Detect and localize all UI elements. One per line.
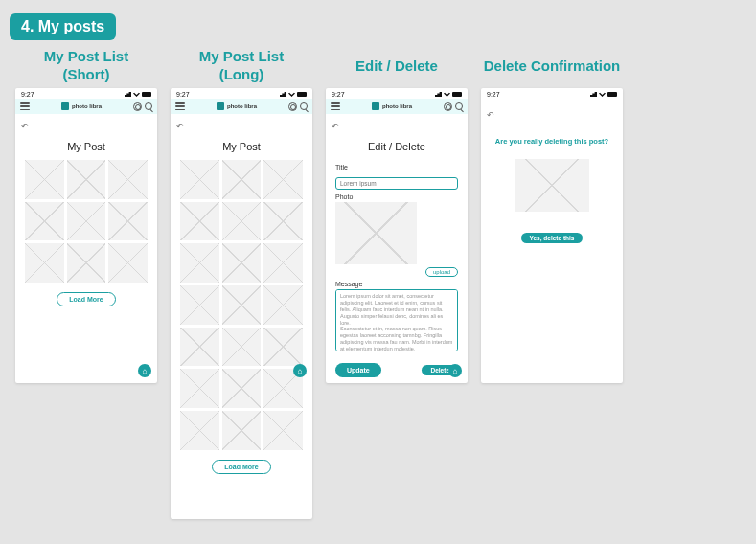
battery-icon	[142, 92, 151, 97]
home-fab[interactable]: ⌂	[138, 364, 151, 377]
status-icons	[435, 92, 462, 97]
phone-long: 9:27 photo libra ↶ My Post	[171, 88, 312, 519]
message-label: Message	[335, 281, 458, 287]
col-title-short: My Post List (Short)	[44, 48, 128, 84]
photo-label: Photo	[335, 193, 458, 200]
post-thumbnail[interactable]	[67, 202, 106, 241]
post-thumbnail[interactable]	[222, 369, 262, 408]
phone-edit: 9:27 photo libra ↶ Edit / De	[326, 88, 468, 383]
brand-name: photo libra	[382, 103, 412, 109]
post-thumbnail[interactable]	[67, 160, 106, 199]
brand: photo libra	[372, 102, 412, 110]
post-thumbnail[interactable]	[263, 202, 303, 241]
col-short: My Post List (Short) 9:27 photo libra	[15, 48, 157, 383]
post-thumbnail[interactable]	[180, 160, 219, 199]
signal-icon	[280, 92, 286, 97]
battery-icon	[452, 92, 462, 97]
post-thumbnail[interactable]	[263, 285, 303, 325]
profile-icon[interactable]	[133, 102, 142, 111]
post-thumbnail[interactable]	[180, 411, 219, 450]
post-thumbnail[interactable]	[222, 160, 262, 199]
profile-icon[interactable]	[444, 102, 452, 111]
post-thumbnail[interactable]	[263, 411, 303, 450]
post-thumbnail[interactable]	[180, 328, 219, 367]
post-thumbnail[interactable]	[108, 160, 148, 199]
post-thumbnail[interactable]	[180, 243, 219, 283]
upload-button[interactable]: upload	[425, 267, 458, 277]
wireframe-columns: My Post List (Short) 9:27 photo libra	[8, 48, 748, 519]
phone-short: 9:27 photo libra ↶ My Post	[15, 88, 157, 383]
wifi-icon	[599, 92, 606, 97]
update-button[interactable]: Update	[335, 363, 381, 377]
title-label: Title	[335, 164, 458, 170]
home-icon: ⌂	[298, 367, 303, 375]
signal-icon	[125, 92, 131, 97]
confirm-preview	[515, 159, 589, 212]
col-title-long: My Post List (Long)	[199, 48, 284, 84]
title-input[interactable]	[335, 177, 458, 190]
post-thumbnail[interactable]	[222, 285, 262, 325]
post-thumbnail[interactable]	[263, 243, 303, 283]
back-icon[interactable]: ↶	[487, 110, 494, 120]
post-thumbnail[interactable]	[108, 243, 148, 283]
search-icon[interactable]	[145, 102, 152, 110]
post-thumbnail[interactable]	[180, 285, 219, 325]
post-thumbnail[interactable]	[263, 160, 303, 199]
col-long: My Post List (Long) 9:27 photo libra	[171, 48, 312, 519]
wifi-icon	[133, 92, 140, 97]
brand-name: photo libra	[72, 103, 102, 109]
message-input[interactable]	[335, 289, 458, 351]
signal-icon	[435, 92, 442, 97]
post-grid-short	[15, 160, 157, 283]
brand-logo-icon	[217, 102, 224, 110]
battery-icon	[297, 92, 307, 97]
status-time: 9:27	[176, 91, 190, 98]
status-bar: 9:27	[481, 88, 623, 99]
hamburger-icon[interactable]	[20, 102, 30, 110]
back-icon[interactable]: ↶	[21, 122, 29, 131]
post-thumbnail[interactable]	[263, 328, 303, 367]
search-icon[interactable]	[300, 102, 308, 110]
brand-name: photo libra	[227, 103, 257, 109]
col-edit: Edit / Delete 9:27 photo libra	[326, 48, 468, 383]
post-grid-long	[171, 160, 312, 450]
post-thumbnail[interactable]	[25, 160, 64, 199]
confirm-delete-button[interactable]: Yes, delete this	[521, 233, 584, 243]
app-bar: photo libra	[171, 99, 312, 114]
app-bar: photo libra	[326, 99, 468, 114]
profile-icon[interactable]	[288, 102, 297, 111]
load-more-button[interactable]: Load More	[57, 292, 115, 306]
post-thumbnail[interactable]	[25, 202, 64, 241]
screen-title: Edit / Delete	[326, 135, 468, 160]
home-fab[interactable]: ⌂	[293, 364, 307, 377]
status-icons	[280, 92, 307, 97]
back-icon[interactable]: ↶	[176, 122, 184, 131]
post-thumbnail[interactable]	[222, 243, 262, 283]
home-icon: ⌂	[453, 367, 458, 375]
post-thumbnail[interactable]	[222, 328, 262, 367]
col-confirm: Delete Confirmation 9:27 ↶ Are you reall…	[481, 48, 623, 383]
post-thumbnail[interactable]	[25, 243, 64, 283]
edit-form: Title Photo upload Message	[326, 164, 468, 355]
hamburger-icon[interactable]	[175, 102, 185, 110]
post-thumbnail[interactable]	[180, 369, 219, 408]
status-time: 9:27	[21, 91, 34, 98]
back-icon[interactable]: ↶	[332, 122, 339, 131]
hamburger-icon[interactable]	[331, 102, 340, 110]
home-fab[interactable]: ⌂	[448, 364, 462, 377]
post-thumbnail[interactable]	[222, 411, 262, 450]
post-thumbnail[interactable]	[108, 202, 148, 241]
post-thumbnail[interactable]	[67, 243, 106, 283]
post-thumbnail[interactable]	[180, 202, 219, 241]
screen-title: My Post	[15, 135, 157, 160]
search-icon[interactable]	[455, 102, 463, 110]
status-bar: 9:27	[15, 88, 157, 99]
load-more-button[interactable]: Load More	[212, 460, 270, 474]
home-icon: ⌂	[143, 367, 148, 375]
screen-title: My Post	[171, 135, 312, 160]
brand-logo-icon	[61, 102, 69, 110]
col-title-edit: Edit / Delete	[355, 48, 438, 84]
col-title-confirm: Delete Confirmation	[484, 48, 621, 84]
post-thumbnail[interactable]	[222, 202, 262, 241]
status-bar: 9:27	[171, 88, 312, 99]
